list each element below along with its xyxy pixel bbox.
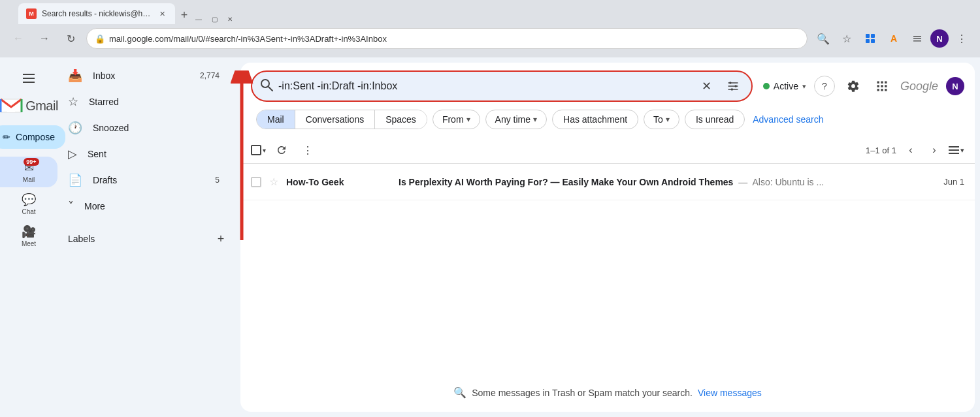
orange-extension-button[interactable]: A — [883, 28, 904, 49]
filter-tab-mail[interactable]: Mail — [257, 110, 295, 129]
gmail-logo[interactable]: Gmail — [0, 97, 58, 115]
search-bar[interactable]: ✕ — [251, 70, 753, 102]
nav-item-inbox-label: Inbox — [93, 70, 189, 81]
active-status-dot — [763, 83, 770, 89]
filter-tabs: Mail Conversations Spaces — [256, 110, 427, 129]
email-subject-separator: — — [738, 177, 747, 187]
search-clear-button[interactable]: ✕ — [696, 76, 717, 97]
new-tab-button[interactable]: + — [175, 6, 193, 24]
nav-item-starred[interactable]: ☆ Starred — [57, 89, 230, 115]
settings-button[interactable] — [843, 76, 864, 97]
drafts-icon: 📄 — [68, 173, 82, 187]
checkbox-dropdown-arrow[interactable]: ▾ — [263, 147, 266, 154]
app-header: ✕ Active ▾ ? Google — [240, 63, 975, 102]
sidebar: Gmail ✏ Compose ✉ 99+ Mail 💬 Chat 🎥 Meet — [0, 57, 57, 417]
browser-menu-button[interactable]: ⋮ — [951, 28, 972, 49]
sidebar-item-mail[interactable]: ✉ 99+ Mail — [0, 157, 57, 187]
extension-button[interactable] — [860, 28, 881, 49]
email-checkbox[interactable] — [251, 177, 261, 187]
svg-line-7 — [269, 87, 272, 91]
svg-rect-20 — [877, 89, 879, 91]
hamburger-icon — [23, 74, 35, 83]
browser-tab[interactable]: M Search results - nicklewis@how... ✕ — [18, 3, 175, 24]
toolbar-right: 1–1 of 1 ‹ › ▾ — [866, 141, 964, 159]
maximize-button[interactable]: ▢ — [209, 14, 220, 24]
filter-tab-spaces[interactable]: Spaces — [374, 110, 427, 129]
tab-close-button[interactable]: ✕ — [157, 8, 167, 19]
browser-chrome: M Search results - nicklewis@how... ✕ + … — [0, 0, 980, 57]
svg-point-12 — [734, 85, 736, 87]
back-button[interactable]: ← — [8, 28, 29, 49]
sidebar-item-mail-label: Mail — [23, 176, 35, 183]
pagination-text: 1–1 of 1 — [866, 146, 896, 155]
to-filter[interactable]: To ▾ — [644, 110, 679, 129]
nav-item-sent[interactable]: ▷ Sent — [57, 141, 230, 167]
pagination-next-button[interactable]: › — [925, 141, 943, 159]
from-label: From — [442, 114, 464, 125]
sidebar-item-meet[interactable]: 🎥 Meet — [0, 221, 57, 251]
nav-item-drafts[interactable]: 📄 Drafts 5 — [57, 167, 230, 193]
email-subject-text: Is Perplexity AI Worth Paying For? — Eas… — [399, 177, 733, 187]
minimize-button[interactable]: — — [193, 14, 204, 24]
nav-item-drafts-label: Drafts — [93, 175, 204, 185]
snoozed-icon: 🕐 — [68, 121, 82, 135]
is-unread-button[interactable]: Is unread — [685, 110, 745, 129]
svg-rect-3 — [871, 39, 875, 43]
add-label-button[interactable]: + — [212, 230, 230, 248]
svg-point-13 — [730, 88, 732, 90]
search-input[interactable] — [278, 80, 691, 92]
pagination-prev-button[interactable]: ‹ — [902, 141, 920, 159]
sidebar-item-chat[interactable]: 💬 Chat — [0, 189, 57, 219]
mail-icon: ✉ 99+ — [24, 161, 34, 175]
address-text: mail.google.com/mail/u/0/#search/-in%3AS… — [109, 34, 799, 44]
to-label: To — [653, 114, 663, 125]
forward-button[interactable]: → — [34, 28, 55, 49]
close-window-button[interactable]: ✕ — [225, 14, 235, 24]
density-button[interactable]: ▾ — [949, 146, 964, 155]
checkbox[interactable] — [251, 145, 261, 155]
profile-avatar-nav[interactable]: N — [930, 29, 949, 48]
svg-rect-24 — [949, 149, 959, 151]
search-icon — [260, 78, 273, 95]
svg-rect-25 — [949, 153, 959, 154]
starred-icon: ☆ — [68, 95, 78, 109]
email-row[interactable]: ☆ How-To Geek Is Perplexity AI Worth Pay… — [240, 164, 975, 200]
toolbar-left: ▾ ⋮ — [251, 140, 318, 161]
nav-item-inbox[interactable]: 📥 Inbox 2,774 — [57, 63, 230, 89]
svg-rect-17 — [877, 85, 879, 87]
svg-rect-14 — [877, 82, 879, 84]
hamburger-menu-button[interactable] — [16, 65, 42, 91]
has-attachment-button[interactable]: Has attachment — [552, 110, 638, 129]
active-indicator[interactable]: Active ▾ — [763, 81, 806, 91]
tab-favicon: M — [26, 8, 37, 19]
more-toolbar-button[interactable]: ⋮ — [297, 140, 318, 161]
filter-tab-conversations[interactable]: Conversations — [295, 110, 375, 129]
compose-icon: ✏ — [3, 132, 10, 142]
labels-title: Labels — [68, 234, 95, 244]
from-dropdown-icon: ▾ — [466, 115, 470, 124]
refresh-button[interactable]: ↻ — [60, 28, 81, 49]
refresh-button[interactable] — [271, 140, 292, 161]
email-star[interactable]: ☆ — [269, 176, 278, 188]
nav-item-more[interactable]: ˅ More — [57, 193, 230, 219]
mail-badge: 99+ — [24, 158, 39, 166]
address-bar[interactable]: 🔒 mail.google.com/mail/u/0/#search/-in%3… — [86, 28, 808, 49]
from-filter[interactable]: From ▾ — [433, 110, 480, 129]
extensions-menu-button[interactable] — [907, 28, 928, 49]
search-options-button[interactable] — [723, 76, 743, 97]
zoom-button[interactable]: 🔍 — [813, 28, 834, 49]
bookmark-button[interactable]: ☆ — [836, 28, 857, 49]
select-all-checkbox[interactable]: ▾ — [251, 145, 266, 155]
advanced-search-link[interactable]: Advanced search — [753, 114, 823, 125]
help-button[interactable]: ? — [814, 76, 835, 97]
nav-item-snoozed[interactable]: 🕐 Snoozed — [57, 115, 230, 141]
email-sender: How-To Geek — [286, 177, 391, 187]
profile-avatar[interactable]: N — [946, 77, 964, 95]
apps-button[interactable] — [872, 76, 892, 97]
compose-button[interactable]: ✏ Compose — [0, 125, 65, 149]
view-messages-link[interactable]: View messages — [698, 388, 762, 398]
sidebar-nav: ✉ 99+ Mail 💬 Chat 🎥 Meet — [0, 157, 57, 409]
labels-section: Labels + — [57, 219, 240, 251]
any-time-filter[interactable]: Any time ▾ — [485, 110, 547, 129]
active-status-label: Active — [774, 81, 798, 91]
